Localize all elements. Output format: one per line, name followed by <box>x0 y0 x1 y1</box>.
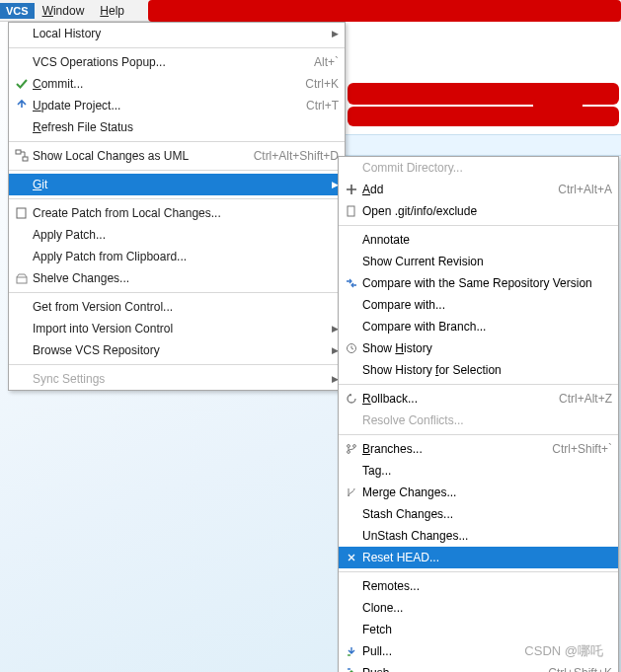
git-branches[interactable]: Branches...Ctrl+Shift+` <box>339 438 618 460</box>
git-show-history[interactable]: Show History <box>339 337 618 359</box>
svg-point-8 <box>353 445 356 448</box>
patch-icon <box>13 206 31 220</box>
menu-import-into-vc[interactable]: Import into Version Control▶ <box>9 318 345 339</box>
git-clone[interactable]: Clone... <box>339 597 618 619</box>
push-icon <box>343 667 360 672</box>
menu-separator <box>339 571 618 572</box>
menu-separator <box>9 170 345 171</box>
git-push[interactable]: Push...Ctrl+Shift+K <box>339 662 618 672</box>
menubar-vcs[interactable]: VCS <box>0 3 35 19</box>
git-resolve-conflicts[interactable]: Resolve Conflicts... <box>339 410 618 431</box>
menubar-help[interactable]: Help <box>92 1 132 21</box>
svg-rect-2 <box>17 208 26 218</box>
git-submenu: Commit Directory... AddCtrl+Alt+A Open .… <box>338 156 619 672</box>
editor-tab-strip <box>346 134 621 156</box>
pull-icon <box>343 645 360 657</box>
menu-apply-patch[interactable]: Apply Patch... <box>9 224 345 246</box>
git-remotes[interactable]: Remotes... <box>339 575 618 597</box>
branch-icon <box>343 443 360 455</box>
menu-apply-patch-clipboard[interactable]: Apply Patch from Clipboard... <box>9 246 345 267</box>
watermark: CSDN @哪吒 <box>524 642 603 660</box>
menu-git[interactable]: Git▶ <box>9 174 345 195</box>
git-compare-same-repo[interactable]: Compare with the Same Repository Version <box>339 272 618 294</box>
menu-vcs-operations-popup[interactable]: VCS Operations Popup...Alt+` <box>9 51 345 73</box>
update-icon <box>13 99 31 112</box>
compare-icon <box>343 277 360 289</box>
svg-rect-0 <box>16 150 21 154</box>
svg-rect-4 <box>348 206 354 216</box>
reset-icon <box>343 552 360 563</box>
redaction <box>348 107 619 126</box>
clock-icon <box>343 342 360 354</box>
menu-sync-settings[interactable]: Sync Settings▶ <box>9 368 345 390</box>
menu-separator <box>9 198 345 199</box>
rollback-icon <box>343 393 360 405</box>
vcs-menu: Local History▶ VCS Operations Popup...Al… <box>8 22 346 391</box>
plus-icon <box>343 184 360 195</box>
menu-separator <box>339 225 618 226</box>
menu-separator <box>339 384 618 385</box>
git-unstash[interactable]: UnStash Changes... <box>339 525 618 547</box>
uml-icon <box>13 149 31 163</box>
menu-commit[interactable]: Commit...Ctrl+K <box>9 73 345 95</box>
file-icon <box>343 205 360 217</box>
git-commit-directory[interactable]: Commit Directory... <box>339 157 618 179</box>
git-compare-with-branch[interactable]: Compare with Branch... <box>339 316 618 337</box>
menu-separator <box>339 434 618 435</box>
menu-update-project[interactable]: Update Project...Ctrl+T <box>9 95 345 116</box>
menu-separator <box>9 292 345 293</box>
menu-get-from-vc[interactable]: Get from Version Control... <box>9 296 345 318</box>
git-show-current-revision[interactable]: Show Current Revision <box>339 251 618 272</box>
menu-show-local-changes-uml[interactable]: Show Local Changes as UMLCtrl+Alt+Shift+… <box>9 145 345 167</box>
menu-separator <box>9 364 345 365</box>
git-show-history-selection[interactable]: Show History for Selection <box>339 359 618 381</box>
check-icon <box>13 77 31 91</box>
menu-separator <box>9 141 345 142</box>
svg-rect-3 <box>17 277 27 283</box>
git-reset-head[interactable]: Reset HEAD... <box>339 547 618 568</box>
menu-local-history[interactable]: Local History▶ <box>9 23 345 44</box>
menu-refresh-file-status[interactable]: Refresh File Status <box>9 116 345 138</box>
git-annotate[interactable]: Annotate <box>339 229 618 251</box>
git-fetch[interactable]: Fetch <box>339 619 618 640</box>
redaction <box>533 99 582 109</box>
shelve-icon <box>13 271 31 285</box>
git-stash[interactable]: Stash Changes... <box>339 503 618 525</box>
menubar: VCS Window Help <box>0 0 621 22</box>
git-tag[interactable]: Tag... <box>339 460 618 482</box>
menubar-window[interactable]: Window <box>35 1 93 21</box>
menu-shelve-changes[interactable]: Shelve Changes... <box>9 267 345 289</box>
menu-separator <box>9 47 345 48</box>
svg-point-7 <box>348 451 350 454</box>
svg-point-6 <box>348 445 350 448</box>
git-open-exclude[interactable]: Open .git/info/exclude <box>339 200 618 222</box>
git-merge[interactable]: Merge Changes... <box>339 482 618 503</box>
git-compare-with[interactable]: Compare with... <box>339 294 618 316</box>
menu-browse-vcs-repo[interactable]: Browse VCS Repository▶ <box>9 339 345 361</box>
git-rollback[interactable]: Rollback...Ctrl+Alt+Z <box>339 388 618 410</box>
svg-rect-1 <box>23 157 28 161</box>
redaction <box>148 0 621 22</box>
merge-icon <box>343 486 360 498</box>
git-add[interactable]: AddCtrl+Alt+A <box>339 179 618 200</box>
menu-create-patch[interactable]: Create Patch from Local Changes... <box>9 202 345 224</box>
